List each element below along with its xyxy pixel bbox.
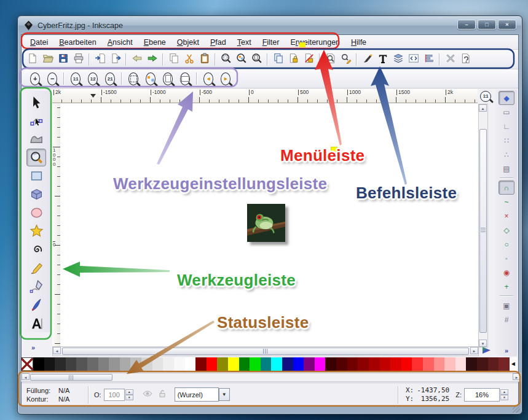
palette-swatch[interactable] bbox=[423, 357, 434, 371]
palette-swatch[interactable] bbox=[282, 357, 293, 371]
palette-swatch[interactable] bbox=[466, 357, 477, 371]
zoom-page-button[interactable] bbox=[159, 71, 176, 87]
create-clone-button[interactable] bbox=[286, 52, 301, 68]
layer-visibility-toggle[interactable] bbox=[141, 389, 154, 401]
palette-swatch[interactable] bbox=[293, 357, 304, 371]
snap-bbox-midpoints-button[interactable]: ∴ bbox=[498, 147, 514, 161]
palette-swatch[interactable] bbox=[315, 357, 326, 371]
palette-swatch[interactable] bbox=[152, 357, 164, 371]
ellipse-tool-button[interactable] bbox=[26, 204, 46, 222]
menu-item-pfad[interactable]: Pfad bbox=[205, 37, 231, 48]
menu-item-filter[interactable]: Filter bbox=[258, 37, 285, 48]
layer-lock-toggle[interactable] bbox=[156, 389, 169, 401]
color-managed-display-icon[interactable] bbox=[481, 346, 492, 355]
palette-scroll-right-icon[interactable]: ▸ bbox=[513, 373, 521, 380]
print-document-button[interactable] bbox=[71, 52, 86, 68]
minimize-button[interactable]: – bbox=[457, 20, 476, 29]
snap-page-border-button[interactable]: ▣ bbox=[498, 298, 514, 313]
palette-scrollbar[interactable]: ◂ ▸ bbox=[21, 373, 521, 382]
zoom-field[interactable]: 16% bbox=[464, 388, 500, 402]
layer-dropdown-icon[interactable]: ▼ bbox=[219, 388, 230, 401]
palette-more-icon[interactable]: ◀ bbox=[510, 357, 517, 371]
zoom-previous-button[interactable]: ◂ bbox=[200, 71, 217, 87]
zoom-up-icon[interactable]: ▲ bbox=[500, 389, 508, 395]
layer-selector[interactable]: (Wurzel) bbox=[175, 387, 219, 402]
zoom-down-icon[interactable]: ▼ bbox=[500, 395, 508, 400]
snap-rotation-centers-button[interactable]: + bbox=[498, 279, 514, 294]
scroll-left-icon[interactable]: ◂ bbox=[53, 347, 61, 354]
align-distribute-button[interactable] bbox=[421, 52, 436, 68]
palette-swatch[interactable] bbox=[207, 357, 218, 371]
opacity-field[interactable]: 100 bbox=[104, 389, 125, 401]
rectangle-tool-button[interactable] bbox=[26, 167, 46, 185]
palette-swatch[interactable] bbox=[434, 357, 445, 371]
menu-item-erweiterungen[interactable]: Erweiterungen bbox=[285, 37, 345, 48]
new-document-button[interactable] bbox=[25, 52, 40, 68]
palette-swatch[interactable] bbox=[498, 357, 510, 371]
palette-swatch[interactable] bbox=[261, 357, 272, 371]
save-document-button[interactable] bbox=[55, 52, 71, 68]
sticky-zoom-button[interactable]: 1:1 bbox=[480, 90, 494, 103]
menu-item-ebene[interactable]: Ebene bbox=[139, 37, 171, 48]
zoom-selection-button[interactable] bbox=[125, 71, 142, 87]
palette-swatch[interactable] bbox=[358, 357, 369, 371]
palette-scroll-thumb[interactable] bbox=[30, 374, 112, 381]
duplicate-button[interactable] bbox=[270, 52, 286, 68]
zoom-drawing-button[interactable] bbox=[142, 71, 159, 87]
zoom-page-width-button[interactable] bbox=[176, 71, 194, 87]
scroll-up-icon[interactable]: ▴ bbox=[479, 104, 487, 112]
palette-swatch[interactable] bbox=[444, 357, 455, 371]
palette-swatch[interactable] bbox=[250, 357, 261, 371]
snap-midpoints-button[interactable]: ◦ bbox=[498, 251, 514, 265]
palette-swatch[interactable] bbox=[455, 357, 467, 371]
palette-swatch[interactable] bbox=[87, 357, 98, 371]
import-image-button[interactable] bbox=[92, 52, 108, 68]
palette-swatch[interactable] bbox=[98, 357, 109, 371]
snap-grids-button[interactable]: # bbox=[498, 313, 514, 327]
find-button[interactable] bbox=[323, 52, 338, 68]
menu-item-objekt[interactable]: Objekt bbox=[172, 37, 204, 48]
text-dialog-button[interactable] bbox=[375, 52, 390, 68]
palette-swatch[interactable] bbox=[380, 357, 391, 371]
palette-swatch[interactable] bbox=[163, 357, 174, 371]
zoom-in-button[interactable]: + bbox=[26, 71, 44, 87]
snap-object-centers-button[interactable]: ◉ bbox=[498, 265, 514, 279]
zoom-next-button[interactable]: ▸ bbox=[217, 71, 234, 87]
snap-smooth-nodes-button[interactable]: ○ bbox=[498, 237, 514, 251]
snap-bbox-button[interactable]: ▭ bbox=[498, 105, 514, 119]
snap-nodes-button[interactable]: ∩ bbox=[498, 181, 514, 195]
redo-button[interactable] bbox=[144, 52, 160, 68]
box3d-tool-button[interactable] bbox=[26, 185, 46, 203]
canvas-hscrollbar[interactable]: ◂ ▸ bbox=[52, 346, 479, 356]
fill-stroke-indicator[interactable]: Füllung: N/A Kontur: N/A bbox=[26, 387, 83, 403]
document-properties-button[interactable] bbox=[458, 52, 473, 68]
palette-swatch[interactable] bbox=[174, 357, 185, 371]
maximize-button[interactable]: □ bbox=[478, 20, 496, 29]
palette-swatch[interactable] bbox=[304, 357, 315, 371]
snap-paths-button[interactable]: ~ bbox=[498, 195, 514, 209]
palette-swatch[interactable] bbox=[477, 357, 488, 371]
palette-swatch[interactable] bbox=[390, 357, 401, 371]
titlebar[interactable]: CyberFritz.jpg - Inkscape – □ × bbox=[18, 17, 521, 34]
menu-item-bearbeiten[interactable]: Bearbeiten bbox=[54, 37, 101, 48]
palette-swatch[interactable] bbox=[44, 357, 55, 371]
toolbox-overflow-button[interactable]: » bbox=[28, 343, 39, 352]
palette-swatch[interactable] bbox=[141, 357, 152, 371]
vertical-ruler[interactable]: 10000 bbox=[52, 104, 61, 346]
bezier-tool-button[interactable] bbox=[26, 278, 46, 295]
hscroll-thumb[interactable] bbox=[62, 348, 469, 355]
palette-swatch[interactable] bbox=[239, 357, 250, 371]
horizontal-ruler[interactable]: 2k-1500-1000-5000500100015002k bbox=[52, 89, 478, 103]
selector-tool-button[interactable] bbox=[26, 93, 46, 111]
calligraphy-tool-button[interactable] bbox=[26, 296, 46, 314]
zoom-out-button[interactable]: − bbox=[44, 71, 61, 87]
export-image-button[interactable] bbox=[108, 52, 123, 68]
zoom-to-selection-button[interactable] bbox=[218, 52, 234, 68]
snap-enable-button[interactable]: ◆ bbox=[498, 91, 514, 105]
palette-swatch[interactable] bbox=[369, 357, 380, 371]
pencil-tool-button[interactable] bbox=[26, 259, 46, 277]
palette-swatch[interactable] bbox=[66, 357, 77, 371]
canvas-vscrollbar[interactable]: ▴ ▾ bbox=[478, 104, 488, 348]
xml-editor-button[interactable] bbox=[406, 52, 421, 68]
zoom-tool-button[interactable] bbox=[26, 149, 46, 166]
